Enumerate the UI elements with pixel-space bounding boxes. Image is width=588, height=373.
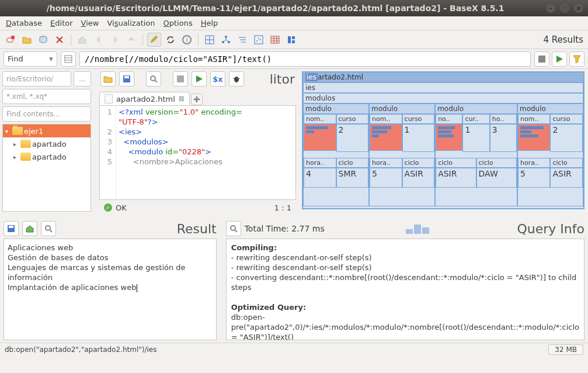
edit-mode-icon[interactable] xyxy=(147,33,161,47)
result-search-icon[interactable] xyxy=(41,221,56,236)
up-icon[interactable] xyxy=(124,33,138,47)
view-plot-icon[interactable] xyxy=(252,33,266,47)
svg-text:i: i xyxy=(186,36,187,44)
minimize-button[interactable]: – xyxy=(546,4,555,13)
svg-point-15 xyxy=(256,40,258,42)
svg-rect-46 xyxy=(422,227,429,234)
svg-rect-39 xyxy=(9,226,13,228)
svg-rect-31 xyxy=(124,76,129,78)
folder-icon xyxy=(20,153,31,161)
menu-options[interactable]: Options xyxy=(160,18,196,29)
editor-open-icon[interactable] xyxy=(100,71,116,87)
map-module[interactable]: modulo nom..curso 2 hora..ciclo 4SMR xyxy=(303,103,369,206)
editor-debug-icon[interactable] xyxy=(229,71,244,87)
file-panel: rio/Escritorio/ ... *.xml, *.xq* Find co… xyxy=(0,69,96,214)
query-input[interactable] xyxy=(79,51,531,67)
queryinfo-search-icon[interactable] xyxy=(226,221,241,236)
map-node[interactable]: iesartado2.html xyxy=(303,72,583,82)
result-body[interactable]: Aplicaciones web Gestión de bases de dat… xyxy=(4,239,217,340)
memory-label: 32 MB xyxy=(548,344,583,355)
svg-point-42 xyxy=(231,226,235,230)
editor-stop-icon[interactable] xyxy=(173,71,188,87)
ok-icon: ✓ xyxy=(104,203,112,212)
svg-rect-26 xyxy=(65,56,72,63)
history-button[interactable] xyxy=(61,51,76,67)
menu-help[interactable]: Help xyxy=(197,18,222,29)
svg-point-16 xyxy=(258,38,259,39)
svg-line-43 xyxy=(235,230,237,232)
svg-rect-29 xyxy=(538,56,545,63)
stop-query-button[interactable] xyxy=(534,51,549,67)
map-node[interactable]: ies xyxy=(303,82,583,93)
view-folder-icon[interactable] xyxy=(235,33,249,47)
close-button[interactable]: × xyxy=(574,4,583,13)
manage-db-icon[interactable] xyxy=(36,33,50,47)
run-query-button[interactable] xyxy=(552,51,567,67)
file-tree[interactable]: ▾ejer1 ▸apartado ▸apartado xyxy=(2,124,91,212)
tree-item[interactable]: ▸apartado xyxy=(3,150,91,163)
status-bar: db:open("apartado2","apartado2.html")/ie… xyxy=(0,343,588,355)
home-icon[interactable] xyxy=(75,33,89,47)
filter-button[interactable] xyxy=(569,51,584,67)
new-db-icon[interactable] xyxy=(4,33,18,47)
new-tab-button[interactable]: ✚ xyxy=(191,94,203,105)
tree-item[interactable]: ▾ejer1 xyxy=(3,125,91,137)
svg-line-41 xyxy=(50,230,52,232)
code-content[interactable]: <?xml version="1.0" encoding= "UTF-8"?> … xyxy=(116,106,245,199)
menu-visualization[interactable]: Visualization xyxy=(103,18,158,29)
tree-item[interactable]: ▸apartado xyxy=(3,137,91,150)
map-module[interactable]: modulo nom..curso 1 hora..ciclo 5ASIR xyxy=(369,103,435,206)
menu-database[interactable]: Database xyxy=(2,18,46,29)
svg-rect-14 xyxy=(255,36,263,44)
find-mode-select[interactable]: Find▼ xyxy=(4,51,57,67)
result-save-icon[interactable] xyxy=(4,221,19,236)
map-panel[interactable]: iesartado2.html ies modulos modulo nom..… xyxy=(302,69,588,214)
editor-panel: $x litor apartado2.html ⊠ ✚ 1 2345 <?xml… xyxy=(96,69,302,214)
find-contents-input[interactable]: Find contents... xyxy=(2,106,91,122)
editor-search-icon[interactable] xyxy=(146,71,161,87)
query-info-panel: Total Time: 2.77 ms Query Info Compiling… xyxy=(222,216,588,343)
editor-run-icon[interactable] xyxy=(192,71,207,87)
open-db-icon[interactable] xyxy=(20,33,34,47)
svg-point-17 xyxy=(260,39,261,40)
editor-status-text: OK xyxy=(116,203,127,212)
svg-point-40 xyxy=(46,226,50,230)
query-info-body[interactable]: Compiling: - rewriting descendant-or-sel… xyxy=(226,239,584,340)
map-module[interactable]: modulo no..cur..ho.. 13 ciclociclo ASIRD… xyxy=(435,103,517,206)
back-icon[interactable] xyxy=(92,33,106,47)
view-table-icon[interactable] xyxy=(268,33,282,47)
menu-view[interactable]: View xyxy=(78,18,103,29)
view-explorer-icon[interactable] xyxy=(284,33,298,47)
status-path: db:open("apartado2","apartado2.html")/ie… xyxy=(5,346,156,354)
svg-rect-18 xyxy=(271,36,279,43)
view-map-icon[interactable] xyxy=(203,33,217,47)
editor-tab[interactable]: apartado2.html ⊠ xyxy=(99,92,190,105)
menu-editor[interactable]: Editor xyxy=(47,18,76,29)
map-module[interactable]: modulo nom..curso 2 hora..ciclo 5ASIR xyxy=(517,103,583,206)
document-icon xyxy=(105,94,113,103)
map-node[interactable]: modulos xyxy=(303,93,583,103)
svg-rect-44 xyxy=(406,229,413,234)
chevron-down-icon: ▼ xyxy=(49,56,53,62)
maximize-button[interactable]: ▢ xyxy=(560,4,569,13)
forward-icon[interactable] xyxy=(108,33,122,47)
svg-rect-45 xyxy=(414,225,421,234)
close-db-icon[interactable] xyxy=(53,33,67,47)
view-tree-icon[interactable] xyxy=(219,33,233,47)
code-editor[interactable]: 1 2345 <?xml version="1.0" encoding= "UT… xyxy=(99,105,296,200)
editor-vars-icon[interactable]: $x xyxy=(210,71,225,87)
filter-input[interactable]: *.xml, *.xq* xyxy=(2,89,91,104)
info-icon[interactable]: i xyxy=(180,33,194,47)
svg-point-35 xyxy=(234,77,239,82)
svg-point-8 xyxy=(225,36,227,38)
path-more-button[interactable]: ... xyxy=(74,71,91,87)
main-toolbar: i 4 Results xyxy=(0,30,588,49)
path-input[interactable]: rio/Escritorio/ xyxy=(2,71,71,87)
editor-save-icon[interactable] xyxy=(119,71,134,87)
result-home-icon[interactable] xyxy=(22,221,37,236)
editor-tab-label: apartado2.html xyxy=(116,95,175,103)
refresh-icon[interactable] xyxy=(163,33,178,47)
svg-point-32 xyxy=(151,76,155,81)
result-title: Result xyxy=(177,222,217,236)
close-tab-icon[interactable]: ⊠ xyxy=(179,95,185,103)
